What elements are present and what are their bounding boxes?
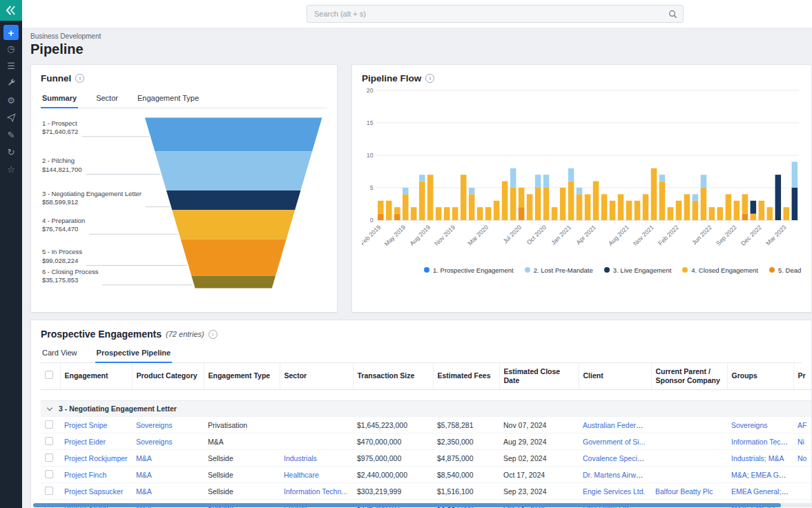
flow-bar-segment[interactable] — [751, 214, 757, 220]
client-link[interactable]: Australian Federal ... — [583, 421, 650, 429]
flow-bar-segment[interactable] — [610, 201, 616, 220]
parent-link[interactable]: Balfour Beatty Plc — [655, 487, 713, 496]
flow-bar-segment[interactable] — [568, 182, 574, 220]
flow-bar-segment[interactable] — [411, 207, 417, 220]
pr-link[interactable]: No — [798, 454, 806, 462]
flow-bar-segment[interactable] — [519, 207, 525, 220]
flow-bar-segment[interactable] — [792, 188, 798, 220]
flow-bar-segment[interactable] — [626, 201, 632, 220]
client-link[interactable]: Dr. Martens Airwai... — [583, 471, 648, 479]
tab-sector[interactable]: Sector — [95, 90, 119, 108]
funnel-segment[interactable] — [172, 210, 295, 239]
flow-bar-segment[interactable] — [726, 194, 732, 220]
search-icon[interactable] — [668, 10, 677, 19]
legend-item[interactable]: 3. Live Engagement — [604, 266, 672, 274]
tab-prospective-pipeline[interactable]: Prospective Pipeline — [95, 345, 173, 363]
collapse-chevron-icon[interactable] — [47, 405, 52, 411]
favorites-icon[interactable]: ☆ — [0, 161, 22, 178]
column-header[interactable]: Pr — [793, 363, 811, 390]
recent-icon[interactable]: ◷ — [0, 40, 22, 57]
legend-item[interactable]: 2. Lost Pre-Mandate — [525, 266, 593, 274]
flow-bar-segment[interactable] — [659, 182, 666, 220]
edit-icon[interactable]: ✎ — [0, 126, 22, 144]
flow-bar-segment[interactable] — [403, 194, 409, 220]
product_category-link[interactable]: M&A — [136, 454, 152, 462]
flow-bar-segment[interactable] — [651, 168, 657, 220]
flow-bar-segment[interactable] — [784, 207, 790, 220]
flow-bar-segment[interactable] — [701, 188, 707, 220]
engagement-link[interactable]: Project Eider — [64, 438, 106, 446]
add-button[interactable]: + — [3, 25, 19, 40]
pr-link[interactable]: Ni — [798, 438, 804, 446]
groups-link[interactable]: Information Techn... — [731, 438, 793, 446]
flow-bar-segment[interactable] — [419, 175, 425, 181]
flow-bar-segment[interactable] — [469, 194, 475, 220]
flow-bar-segment[interactable] — [693, 194, 699, 200]
column-header[interactable]: Estimated Fees — [433, 363, 499, 390]
column-header[interactable]: Engagement Type — [204, 363, 280, 390]
row-checkbox[interactable] — [45, 420, 53, 429]
flow-bar-segment[interactable] — [792, 162, 798, 188]
flow-bar-segment[interactable] — [510, 188, 516, 220]
flow-bar-segment[interactable] — [394, 207, 400, 213]
flow-bar-segment[interactable] — [585, 194, 591, 220]
history-icon[interactable]: ↻ — [0, 144, 22, 161]
flow-bar-segment[interactable] — [577, 194, 583, 220]
search-input[interactable] — [313, 9, 668, 19]
flow-bar-segment[interactable] — [701, 175, 707, 188]
product_category-link[interactable]: Sovereigns — [136, 438, 173, 446]
flow-bar-segment[interactable] — [676, 201, 682, 220]
funnel-segment[interactable] — [155, 151, 312, 190]
flow-bar-segment[interactable] — [419, 182, 425, 220]
flow-bar-segment[interactable] — [709, 207, 715, 220]
flow-bar-segment[interactable] — [668, 207, 674, 220]
flow-bar-segment[interactable] — [502, 182, 508, 220]
groups-link[interactable]: M&A; EMEA Gener... — [731, 471, 793, 479]
scrollbar-thumb[interactable] — [33, 503, 781, 507]
flow-bar-segment[interactable] — [767, 207, 773, 220]
flow-bar-segment[interactable] — [519, 188, 525, 207]
flow-bar-segment[interactable] — [643, 194, 649, 220]
flow-bar-segment[interactable] — [477, 207, 483, 220]
flow-bar-segment[interactable] — [775, 175, 782, 220]
row-checkbox[interactable] — [45, 437, 53, 445]
row-checkbox[interactable] — [45, 470, 53, 478]
tab-engagement-type[interactable]: Engagement Type — [136, 90, 200, 108]
flow-bar-segment[interactable] — [693, 201, 699, 220]
flow-bar-segment[interactable] — [568, 168, 574, 182]
flow-bar-segment[interactable] — [635, 201, 641, 220]
flow-bar-segment[interactable] — [469, 188, 475, 194]
funnel-segment[interactable] — [145, 117, 322, 151]
product_category-link[interactable]: Sovereigns — [136, 421, 173, 429]
flow-bar-segment[interactable] — [684, 194, 690, 220]
engagement-link[interactable]: Project Snipe — [64, 421, 107, 429]
group-header-row[interactable]: 3 - Negotiating Engagement Letter — [41, 401, 811, 417]
client-link[interactable]: Government of Si... — [583, 438, 645, 446]
settings-icon[interactable]: ⚙ — [0, 92, 22, 109]
flow-bar-segment[interactable] — [552, 207, 558, 220]
flow-bar-segment[interactable] — [593, 182, 599, 220]
flow-bar-segment[interactable] — [543, 188, 550, 220]
flow-bar-segment[interactable] — [759, 201, 765, 220]
funnel-segment[interactable] — [166, 190, 300, 210]
groups-link[interactable]: EMEA General; M... — [731, 487, 793, 496]
column-header[interactable]: Sector — [280, 363, 353, 390]
flow-bar-segment[interactable] — [403, 188, 409, 194]
client-link[interactable]: Engie Services Ltd. — [583, 487, 645, 496]
flow-bar-segment[interactable] — [734, 201, 740, 220]
flow-bar-segment[interactable] — [427, 175, 434, 220]
column-header[interactable]: Product Category — [132, 363, 204, 390]
flow-bar-segment[interactable] — [461, 175, 467, 220]
flow-bar-segment[interactable] — [444, 207, 450, 220]
flow-bar-segment[interactable] — [742, 214, 748, 220]
flow-bar-segment[interactable] — [742, 194, 748, 213]
pr-link[interactable]: AF — [798, 421, 806, 429]
legend-item[interactable]: 5. Dead Post — [769, 266, 802, 274]
list-icon[interactable]: ☰ — [0, 57, 22, 75]
flow-bar-segment[interactable] — [560, 188, 566, 220]
flow-bar-segment[interactable] — [452, 207, 458, 220]
send-icon[interactable] — [0, 109, 22, 126]
flow-bar-segment[interactable] — [494, 201, 500, 220]
flow-bar-segment[interactable] — [535, 188, 541, 220]
flow-bar-segment[interactable] — [717, 207, 724, 220]
